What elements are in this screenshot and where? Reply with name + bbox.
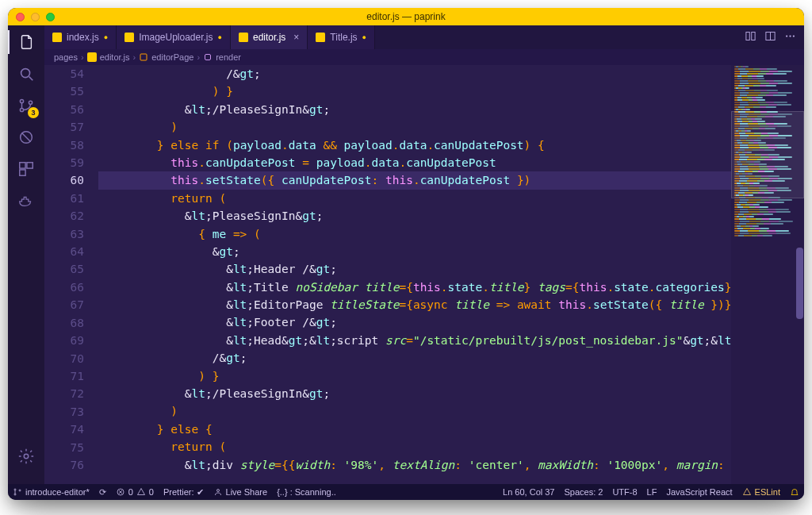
svg-rect-22 [87,52,97,62]
modified-indicator-icon: ● [218,33,222,41]
activity-debug[interactable] [16,127,36,148]
activity-search[interactable] [16,63,36,84]
chevron-right-icon: › [81,52,84,62]
js-file-icon [239,33,248,42]
svg-point-26 [14,494,16,495]
code-area[interactable]: /&gt; ) } &lt;/PleaseSignIn&gt; ) } else… [98,65,731,484]
bell-icon [790,487,799,497]
status-problems[interactable]: 0 0 [116,487,154,497]
liveshare-label: Live Share [226,487,268,497]
status-lncol[interactable]: Ln 60, Col 37 [503,487,554,497]
compare-changes-icon[interactable] [745,30,756,45]
activity-settings[interactable] [16,446,36,467]
svg-rect-8 [27,163,33,168]
vertical-scrollbar[interactable] [795,65,804,484]
files-icon [17,33,35,51]
svg-rect-7 [20,163,25,168]
status-prettier[interactable]: Prettier: ✔ [163,487,204,498]
svg-point-25 [14,489,16,490]
activity-explorer[interactable] [16,32,36,52]
status-spaces[interactable]: Spaces: 2 [564,487,603,497]
svg-point-4 [29,101,32,104]
tab-title-js[interactable]: Title.js ● [308,25,375,49]
js-file-icon [316,33,325,42]
status-encoding[interactable]: UTF-8 [612,487,637,497]
modified-indicator-icon: ● [362,33,366,41]
svg-rect-15 [746,32,749,40]
tab-label: ImageUploader.js [139,32,213,43]
search-icon [17,65,35,83]
warning-count: 0 [149,487,154,497]
branch-name: introduce-editor* [25,487,90,497]
scm-badge: 3 [28,107,39,118]
js-file-icon [52,33,62,42]
tab-index-js[interactable]: index.js ● [44,25,117,49]
minimap[interactable] [731,65,804,484]
tab-actions [737,25,804,49]
status-liveshare[interactable]: Live Share [213,487,268,497]
window-title: editor.js — paprink [8,11,804,22]
app-window: editor.js — paprink 3 [8,8,804,500]
editor-body: 5455565758596061626364656667686970717273… [44,65,804,484]
svg-point-3 [20,108,23,111]
tab-label: Title.js [330,32,357,43]
scrollbar-thumb[interactable] [796,248,803,319]
svg-rect-9 [20,170,25,175]
breadcrumb-part[interactable]: editor.js [100,52,130,62]
breadcrumb-part[interactable]: render [216,52,241,62]
bug-icon [17,129,35,146]
svg-point-20 [789,35,791,37]
activity-bar: 3 [8,25,44,484]
tab-close-icon[interactable]: × [293,32,299,43]
chevron-right-icon: › [133,52,136,62]
split-editor-icon[interactable] [764,30,776,45]
method-icon [203,52,213,62]
status-eol[interactable]: LF [647,487,657,497]
gear-icon [17,448,35,465]
status-eslint[interactable]: ESLint [742,487,780,497]
svg-rect-12 [124,33,134,42]
svg-point-10 [24,454,29,459]
more-actions-icon[interactable] [784,30,796,45]
breadcrumb-part[interactable]: editorPage [151,52,193,62]
svg-rect-16 [752,32,755,40]
tab-label: index.js [67,32,99,43]
docker-icon [17,192,35,209]
tab-bar: index.js ● ImageUploader.js ● editor.js … [44,25,804,49]
error-icon [116,487,125,497]
activity-extensions[interactable] [16,159,36,179]
symbol-icon [139,52,148,62]
status-scanning[interactable]: {..} : Scanning.. [277,487,336,497]
svg-rect-13 [239,33,248,42]
extensions-icon [17,160,35,178]
breadcrumb-part[interactable]: pages [54,52,78,62]
status-notifications[interactable] [790,487,799,497]
status-sync[interactable]: ⟳ [99,487,106,498]
branch-icon [13,487,22,497]
activity-scm[interactable]: 3 [16,95,36,116]
activity-docker[interactable] [16,190,36,211]
svg-point-19 [786,35,787,37]
status-language[interactable]: JavaScript React [666,487,732,497]
svg-point-21 [793,35,795,37]
minimap-viewport[interactable] [731,111,804,198]
svg-point-31 [216,490,219,492]
svg-line-1 [29,77,33,81]
title-bar: editor.js — paprink [8,8,804,25]
warning-icon [136,487,146,497]
tab-imageuploader-js[interactable]: ImageUploader.js ● [117,25,231,49]
status-bar: introduce-editor* ⟳ 0 0 Prettier: ✔ Live… [8,484,804,500]
js-file-icon [124,33,134,42]
eslint-label: ESLint [755,487,780,497]
tab-editor-js[interactable]: editor.js × [231,25,308,49]
breadcrumb[interactable]: pages › editor.js › editorPage › render [44,49,804,65]
svg-rect-24 [205,55,211,60]
line-number-gutter[interactable]: 5455565758596061626364656667686970717273… [44,65,98,484]
js-file-icon [87,52,97,62]
liveshare-icon [213,487,223,497]
status-branch[interactable]: introduce-editor* [13,487,90,497]
editor-region: index.js ● ImageUploader.js ● editor.js … [44,25,804,484]
svg-line-6 [22,133,31,142]
modified-indicator-icon: ● [104,33,108,41]
svg-rect-11 [52,33,62,42]
